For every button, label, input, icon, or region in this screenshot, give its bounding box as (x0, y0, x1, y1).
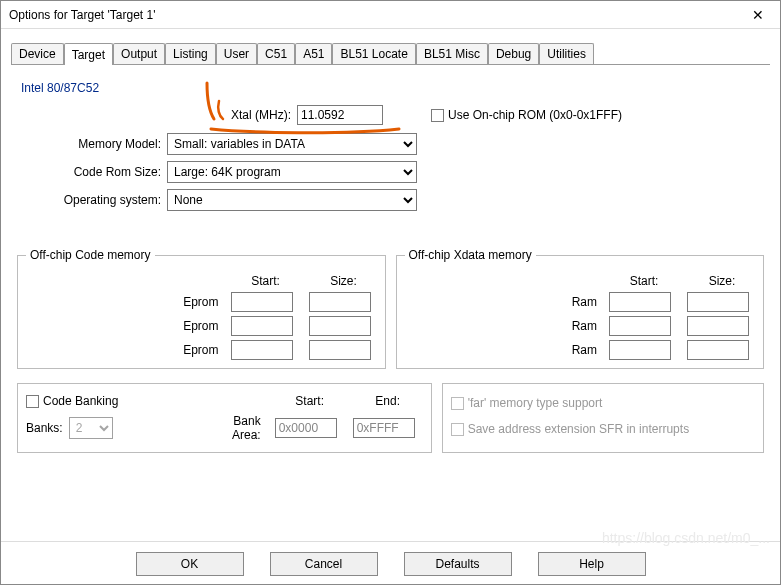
xdata_mem-start-input[interactable] (609, 316, 671, 336)
xtal-input[interactable] (297, 105, 383, 125)
help-button[interactable]: Help (538, 552, 646, 576)
code_mem-start-input[interactable] (231, 340, 293, 360)
xdata-mem-table: Start:Size:RamRamRam (403, 274, 758, 360)
tab-output[interactable]: Output (113, 43, 165, 64)
cancel-button[interactable]: Cancel (270, 552, 378, 576)
tab-target[interactable]: Target (64, 43, 113, 65)
code-mem-group: Off-chip Code memory Start:Size:EpromEpr… (17, 255, 386, 369)
ok-button[interactable]: OK (136, 552, 244, 576)
xdata_mem-row-label: Ram (403, 343, 602, 357)
banking-start-hdr: Start: (275, 394, 345, 408)
tab-bl51-misc[interactable]: BL51 Misc (416, 43, 488, 64)
memory-model-select[interactable]: Small: variables in DATA (167, 133, 417, 155)
memory-model-label: Memory Model: (17, 137, 167, 151)
button-bar: OK Cancel Defaults Help (1, 541, 780, 584)
code_mem-size-input[interactable] (309, 340, 371, 360)
bank-area-label: Bank Area: (232, 414, 267, 442)
chip-label: Intel 80/87C52 (17, 79, 764, 105)
onchip-rom-label: Use On-chip ROM (0x0-0x1FFF) (448, 108, 622, 122)
far-mem-label: 'far' memory type support (468, 396, 603, 410)
far-memory-group: 'far' memory type support Save address e… (442, 383, 764, 453)
xdata-mem-group: Off-chip Xdata memory Start:Size:RamRamR… (396, 255, 765, 369)
code-banking-checkbox[interactable] (26, 395, 39, 408)
options-dialog: Options for Target 'Target 1' ✕ DeviceTa… (0, 0, 781, 585)
xdata-mem-legend: Off-chip Xdata memory (405, 248, 536, 262)
xdata_mem-row-label: Ram (403, 319, 602, 333)
tab-c51[interactable]: C51 (257, 43, 295, 64)
banks-label: Banks: (26, 421, 63, 435)
xdata_mem-start-input[interactable] (609, 340, 671, 360)
xdata_mem-start-hdr: Start: (609, 274, 679, 288)
tab-utilities[interactable]: Utilities (539, 43, 594, 64)
xtal-row: Xtal (MHz): Use On-chip ROM (0x0-0x1FFF) (17, 105, 764, 125)
code-rom-select[interactable]: Large: 64K program (167, 161, 417, 183)
code-rom-row: Code Rom Size: Large: 64K program (17, 161, 764, 183)
code_mem-row-label: Eprom (24, 319, 223, 333)
banks-select: 2 (69, 417, 113, 439)
code-mem-legend: Off-chip Code memory (26, 248, 155, 262)
xtal-label: Xtal (MHz): (17, 108, 297, 122)
tab-listing[interactable]: Listing (165, 43, 216, 64)
defaults-button[interactable]: Defaults (404, 552, 512, 576)
code-mem-table: Start:Size:EpromEpromEprom (24, 274, 379, 360)
bottom-groups: Code Banking Start: End: Banks: 2 Bank A… (17, 369, 764, 453)
xdata_mem-start-input[interactable] (609, 292, 671, 312)
tab-bl51-locate[interactable]: BL51 Locate (332, 43, 415, 64)
window-title: Options for Target 'Target 1' (9, 8, 155, 22)
code_mem-start-hdr: Start: (231, 274, 301, 288)
bank-area-start (275, 418, 337, 438)
code-banking-group: Code Banking Start: End: Banks: 2 Bank A… (17, 383, 432, 453)
code-rom-label: Code Rom Size: (17, 165, 167, 179)
code_mem-start-input[interactable] (231, 292, 293, 312)
offchip-groups: Off-chip Code memory Start:Size:EpromEpr… (17, 241, 764, 369)
close-icon[interactable]: ✕ (744, 5, 772, 25)
xdata_mem-size-input[interactable] (687, 316, 749, 336)
save-sfr-label: Save address extension SFR in interrupts (468, 422, 689, 436)
xdata_mem-row-label: Ram (403, 295, 602, 309)
banking-end-hdr: End: (353, 394, 423, 408)
tab-device[interactable]: Device (11, 43, 64, 64)
tab-debug[interactable]: Debug (488, 43, 539, 64)
code_mem-row-label: Eprom (24, 295, 223, 309)
xdata_mem-size-hdr: Size: (687, 274, 757, 288)
code_mem-size-input[interactable] (309, 316, 371, 336)
code_mem-row-label: Eprom (24, 343, 223, 357)
save-sfr-checkbox (451, 423, 464, 436)
far-mem-checkbox (451, 397, 464, 410)
memory-model-row: Memory Model: Small: variables in DATA (17, 133, 764, 155)
code_mem-start-input[interactable] (231, 316, 293, 336)
content-area: DeviceTargetOutputListingUserC51A51BL51 … (1, 29, 780, 541)
code_mem-size-hdr: Size: (309, 274, 379, 288)
tab-a51[interactable]: A51 (295, 43, 332, 64)
os-label: Operating system: (17, 193, 167, 207)
code_mem-size-input[interactable] (309, 292, 371, 312)
titlebar: Options for Target 'Target 1' ✕ (1, 1, 780, 29)
os-select[interactable]: None (167, 189, 417, 211)
tabstrip: DeviceTargetOutputListingUserC51A51BL51 … (11, 41, 770, 65)
onchip-rom-checkbox[interactable] (431, 109, 444, 122)
bank-area-end (353, 418, 415, 438)
target-tabpage: Intel 80/87C52 Xtal (MHz): Use On-chip R… (11, 71, 770, 459)
tab-user[interactable]: User (216, 43, 257, 64)
xdata_mem-size-input[interactable] (687, 340, 749, 360)
xdata_mem-size-input[interactable] (687, 292, 749, 312)
os-row: Operating system: None (17, 189, 764, 211)
code-banking-label: Code Banking (43, 394, 118, 408)
